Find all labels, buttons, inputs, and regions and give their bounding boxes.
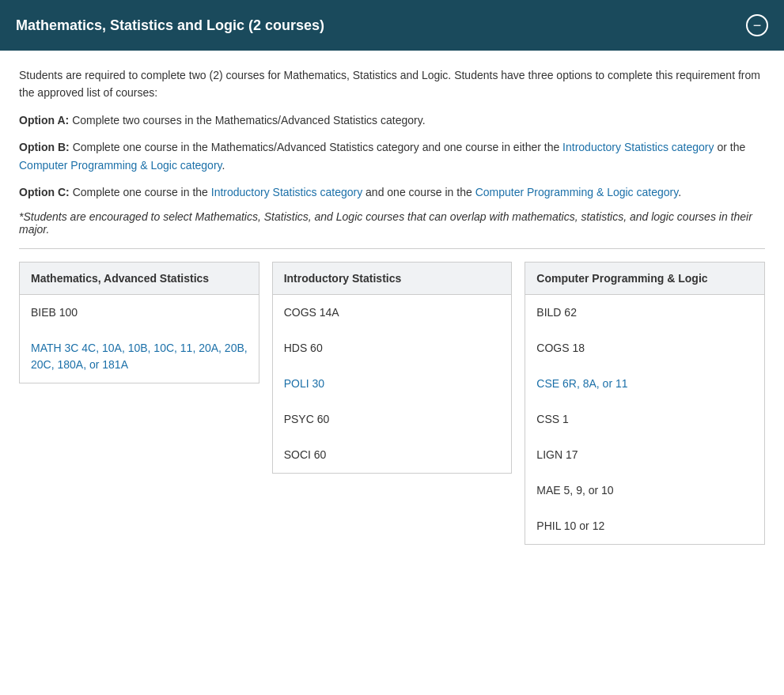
poli30-link[interactable]: POLI 30 (284, 377, 324, 390)
course-cell: SOCI 60 (272, 437, 512, 474)
intro-text: Students are required to complete two (2… (19, 66, 765, 102)
comp-programming-header: Computer Programming & Logic (525, 263, 765, 295)
course-cell: MATH 3C 4C, 10A, 10B, 10C, 11, 20A, 20B,… (20, 331, 259, 383)
section-header: Mathematics, Statistics and Logic (2 cou… (0, 0, 784, 51)
table-row: BIEB 100 (20, 295, 259, 331)
table-row: LIGN 17 (525, 437, 765, 473)
course-cell: PSYC 60 (272, 402, 512, 437)
table-row: COGS 18 (525, 331, 765, 366)
course-cell: HDS 60 (272, 331, 512, 366)
course-cell: COGS 14A (272, 295, 512, 331)
course-cell: POLI 30 (272, 366, 512, 402)
math-advanced-table: Mathematics, Advanced Statistics BIEB 10… (19, 262, 259, 383)
section-divider (19, 248, 765, 249)
note-text: *Students are encouraged to select Mathe… (19, 210, 765, 236)
intro-stats-link[interactable]: Introductory Statistics category (562, 141, 714, 153)
table-row: PSYC 60 (272, 402, 512, 437)
table-row: PHIL 10 or 12 (525, 508, 765, 545)
cse-link[interactable]: CSE 6R, 8A, or 11 (536, 377, 627, 390)
comp-programming-table: Computer Programming & Logic BILD 62 COG… (525, 262, 765, 545)
table-row: MAE 5, 9, or 10 (525, 473, 765, 508)
course-cell: LIGN 17 (525, 437, 765, 473)
section-title: Mathematics, Statistics and Logic (2 cou… (16, 17, 324, 34)
course-cell: COGS 18 (525, 331, 765, 366)
math-course-link[interactable]: MATH 3C 4C, 10A, 10B, 10C, 11, 20A, 20B,… (31, 342, 248, 371)
intro-stats-header: Introductory Statistics (272, 263, 512, 295)
table-row: CSE 6R, 8A, or 11 (525, 366, 765, 402)
intro-stats-link-c[interactable]: Introductory Statistics category (211, 186, 362, 198)
intro-stats-table: Introductory Statistics COGS 14A HDS 60 … (272, 262, 513, 474)
math-advanced-header: Mathematics, Advanced Statistics (20, 263, 259, 295)
table-row: COGS 14A (272, 295, 512, 331)
content-area: Students are required to complete two (2… (0, 51, 784, 561)
comp-logic-link-b[interactable]: Computer Programming & Logic category (19, 159, 222, 172)
table-row: SOCI 60 (272, 437, 512, 474)
course-cell: CSS 1 (525, 402, 765, 437)
course-cell: BIEB 100 (20, 295, 259, 331)
collapse-button[interactable]: − (746, 14, 768, 36)
course-cell: PHIL 10 or 12 (525, 508, 765, 545)
section-container: Mathematics, Statistics and Logic (2 cou… (0, 0, 784, 561)
table-row: CSS 1 (525, 402, 765, 437)
option-a-text: Option A: Complete two courses in the Ma… (19, 111, 765, 129)
table-row: POLI 30 (272, 366, 512, 402)
course-tables: Mathematics, Advanced Statistics BIEB 10… (19, 262, 765, 545)
option-b-text: Option B: Complete one course in the Mat… (19, 138, 765, 174)
table-row: HDS 60 (272, 331, 512, 366)
course-cell: BILD 62 (525, 295, 765, 331)
option-c-text: Option C: Complete one course in the Int… (19, 183, 765, 201)
table-row: MATH 3C 4C, 10A, 10B, 10C, 11, 20A, 20B,… (20, 331, 259, 383)
table-row: BILD 62 (525, 295, 765, 331)
course-cell: CSE 6R, 8A, or 11 (525, 366, 765, 402)
comp-logic-link-c[interactable]: Computer Programming & Logic category (475, 186, 679, 198)
course-cell: MAE 5, 9, or 10 (525, 473, 765, 508)
